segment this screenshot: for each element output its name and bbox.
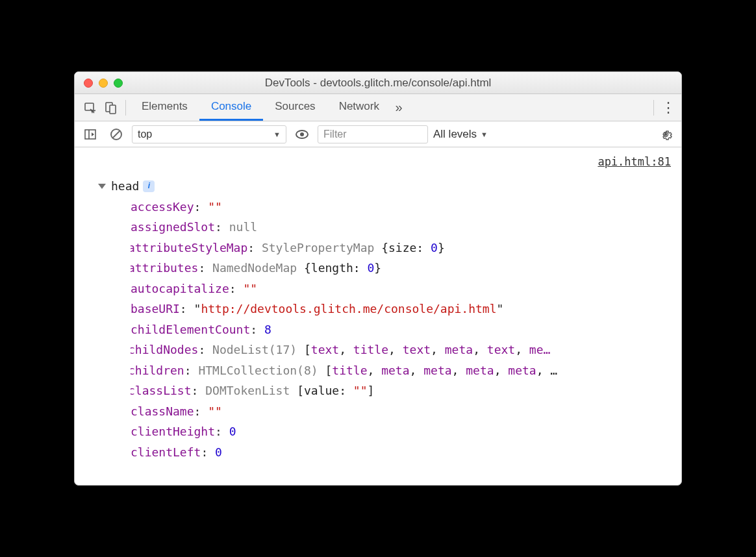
log-levels-selector[interactable]: All levels ▼ [433,128,488,141]
clear-console-icon[interactable] [106,124,127,145]
filter-input[interactable] [318,125,428,143]
separator [653,100,654,116]
window-minimize-button[interactable] [99,79,108,88]
svg-marker-6 [92,132,94,136]
property-value-token: title [332,364,367,377]
property-row: clientLeft: 0 [131,442,672,463]
separator [125,100,126,116]
console-output: api.html:81 head i accessKey: ""assigned… [75,147,681,485]
property-value-token: , [431,343,445,356]
colon: : [194,404,208,418]
object-name: head [111,176,139,197]
toggle-sidebar-icon[interactable] [80,124,101,145]
property-value-token: text [403,343,431,356]
property-value-token: StylePropertyMap [262,241,381,254]
colon: : [180,302,194,316]
property-row: childElementCount: 8 [131,319,672,340]
property-row: className: "" [131,401,672,422]
colon: : [250,323,264,336]
property-value-token: value: [304,384,353,397]
property-value-token: [ [325,364,332,377]
colon: : [229,282,244,295]
property-row-expandable[interactable]: childNodes: NodeList(17) [text, title, t… [131,340,672,360]
colon: : [194,200,208,214]
svg-marker-1 [90,109,95,114]
console-settings-icon[interactable] [655,124,676,145]
source-link[interactable]: api.html:81 [598,153,671,172]
svg-point-10 [300,132,304,136]
property-value-token: , [452,364,466,377]
panel-tabbar: Elements Console Sources Network » ⋮ [75,94,681,121]
svg-rect-3 [110,105,116,114]
window-close-button[interactable] [84,79,93,88]
colon: : [184,364,199,377]
window-zoom-button[interactable] [114,79,123,88]
colon: : [201,445,215,459]
window-controls [75,79,123,88]
property-row: assignedSlot: null [131,217,672,238]
property-value-token: me… [529,343,551,356]
property-value-token: meta [466,364,494,377]
object-tree: head i accessKey: ""assignedSlot: nullat… [98,176,672,462]
live-expression-icon[interactable] [292,124,312,145]
property-value-token: [ [297,384,304,397]
property-value-token: text [487,343,515,356]
property-value-token: title [353,343,388,356]
property-value-token: DOMTokenList [205,384,297,397]
property-key: classList [131,384,192,397]
property-value-token: 0 [215,445,222,459]
property-key: childElementCount [131,323,250,336]
colon: : [215,425,229,438]
execution-context-selector[interactable]: top ▼ [132,125,286,143]
info-badge-icon[interactable]: i [143,180,155,192]
tab-sources[interactable]: Sources [263,94,327,121]
property-value-token: , … [536,364,558,377]
disclosure-triangle-open-icon[interactable] [98,184,106,189]
svg-line-8 [113,130,120,138]
property-value-token: , [473,343,487,356]
property-row-expandable[interactable]: attributeStyleMap: StylePropertyMap {siz… [131,238,672,258]
property-value-token: " [497,302,504,316]
object-properties: accessKey: ""assignedSlot: nullattribute… [131,197,672,463]
devtools-window: DevTools - devtools.glitch.me/console/ap… [74,71,682,486]
property-value-token: { [304,261,311,275]
settings-menu-icon[interactable]: ⋮ [661,99,676,116]
property-row: clientHeight: 0 [131,421,672,442]
colon: : [247,241,262,254]
property-value-token: size: [388,241,431,254]
tab-console[interactable]: Console [199,94,263,121]
window-title: DevTools - devtools.glitch.me/console/ap… [75,77,681,90]
colon: : [215,220,229,234]
property-value-token: , [494,364,509,377]
property-value-token: [ [304,343,311,356]
property-value-token: null [229,220,257,234]
property-value-token: 0 [368,261,375,275]
tabs: Elements Console Sources Network » [130,94,649,121]
property-key: assignedSlot [131,220,215,234]
colon: : [198,261,212,275]
property-key: childNodes [131,343,198,356]
property-row: accessKey: "" [131,197,672,217]
property-row-expandable[interactable]: attributes: NamedNodeMap {length: 0} [131,258,672,278]
property-value-token: NamedNodeMap [212,261,304,275]
property-value-token: meta [423,364,451,377]
property-row-expandable[interactable]: classList: DOMTokenList [value: ""] [131,380,672,401]
inspect-element-icon[interactable] [80,97,101,118]
tabs-overflow-button[interactable]: » [391,94,407,121]
colon: : [192,384,206,397]
tab-elements[interactable]: Elements [130,94,199,121]
property-value-token: , [410,364,424,377]
property-value-token: ] [368,384,375,397]
property-value-token: http://devtools.glitch.me/console/api.ht… [201,302,496,316]
property-value-token: text [311,343,339,356]
object-root-row[interactable]: head i [98,176,672,197]
property-row: autocapitalize: "" [131,278,672,299]
property-value-token: } [374,261,381,275]
device-toolbar-icon[interactable] [101,97,121,118]
property-row-expandable[interactable]: children: HTMLCollection(8) [title, meta… [131,360,672,381]
property-value-token: "" [243,282,257,295]
tab-network[interactable]: Network [327,94,391,121]
chevron-down-icon: ▼ [273,130,281,138]
property-key: clientHeight [131,425,215,438]
property-value-token: meta [508,364,536,377]
